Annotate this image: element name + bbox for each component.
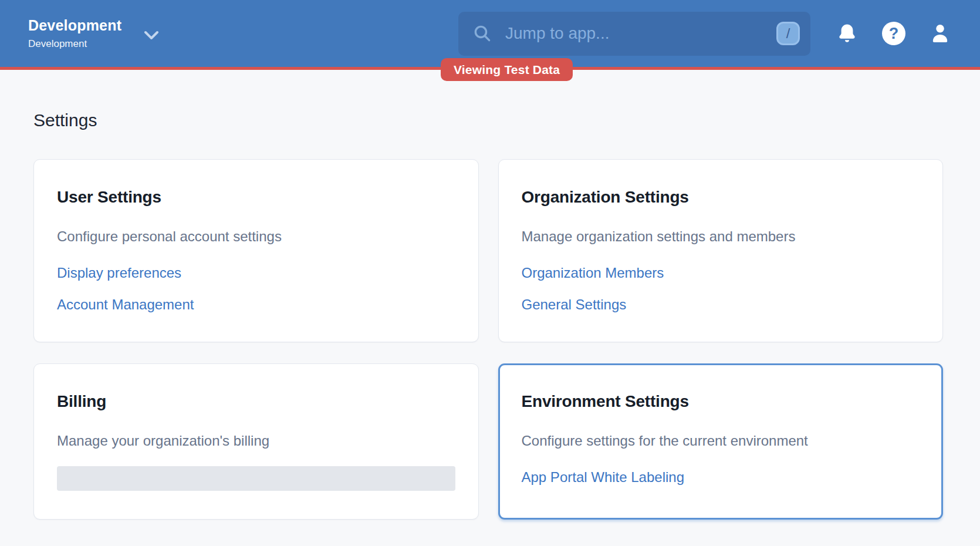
viewing-test-data-badge: Viewing Test Data [441, 58, 573, 81]
card-title: User Settings [57, 187, 455, 208]
help-glyph: ? [889, 25, 899, 43]
card-billing: Billing Manage your organization's billi… [33, 363, 479, 520]
chevron-down-icon [143, 29, 160, 42]
help-button[interactable]: ? [882, 22, 905, 45]
link-display-preferences[interactable]: Display preferences [57, 264, 181, 282]
question-mark-icon: ? [882, 22, 905, 45]
environment-name: Development [28, 17, 121, 34]
card-links: Display preferences Account Management [57, 264, 455, 314]
slash-shortcut-key: / [776, 22, 800, 45]
bell-icon [836, 22, 859, 45]
billing-skeleton-bar [57, 466, 455, 491]
card-title: Environment Settings [522, 391, 920, 412]
card-title: Billing [57, 391, 455, 412]
search-input[interactable] [492, 24, 776, 43]
card-description: Manage organization settings and members [522, 228, 920, 245]
card-description: Configure personal account settings [57, 228, 455, 245]
link-account-management[interactable]: Account Management [57, 296, 194, 314]
settings-page: Settings User Settings Configure persona… [0, 70, 980, 520]
search-icon [472, 23, 492, 43]
viewing-test-data-label: Viewing Test Data [454, 63, 560, 77]
environment-label-group: Development Development [28, 17, 121, 50]
top-header: Development Development / [0, 0, 980, 67]
page-title: Settings [33, 110, 943, 130]
user-icon [929, 22, 951, 45]
link-organization-members[interactable]: Organization Members [522, 264, 664, 282]
slash-key-label: / [786, 25, 790, 42]
environment-subtitle: Development [28, 38, 121, 50]
card-links: Organization Members General Settings [522, 264, 920, 314]
link-general-settings[interactable]: General Settings [522, 296, 627, 314]
card-organization-settings: Organization Settings Manage organizatio… [498, 159, 944, 342]
card-environment-settings: Environment Settings Configure settings … [498, 363, 944, 520]
card-description: Manage your organization's billing [57, 432, 455, 450]
settings-cards-grid: User Settings Configure personal account… [33, 159, 943, 520]
card-title: Organization Settings [522, 187, 920, 208]
environment-switcher[interactable]: Development Development [28, 17, 160, 50]
card-user-settings: User Settings Configure personal account… [33, 159, 479, 342]
card-links: App Portal White Labeling [522, 469, 920, 486]
link-app-portal-white-labeling[interactable]: App Portal White Labeling [522, 469, 685, 486]
notifications-button[interactable] [836, 22, 859, 45]
header-actions: ? [836, 22, 951, 45]
account-button[interactable] [929, 22, 951, 45]
card-description: Configure settings for the current envir… [522, 432, 920, 450]
jump-to-app-search: / [458, 12, 810, 56]
